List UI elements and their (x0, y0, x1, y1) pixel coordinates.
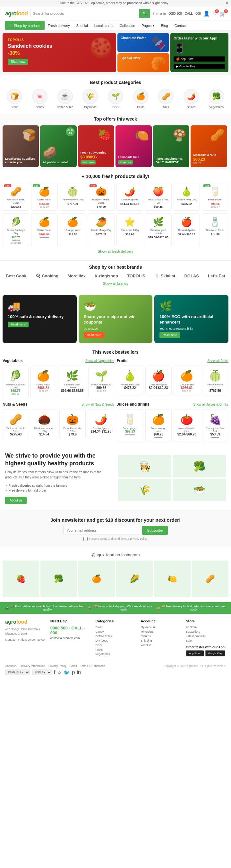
eco-read-more-button[interactable]: Read more (160, 332, 180, 338)
instagram-icon[interactable]: ☆ (155, 11, 159, 16)
bs-citrus-fruit[interactable]: 🍊 Citrus Fresh $966.81 $202.87 (174, 366, 200, 395)
footer-logo[interactable]: agrofood (5, 619, 45, 625)
wishlist-icon[interactable]: ♡ 0 (212, 10, 217, 17)
bs-pear[interactable]: 🍐 Forelle Pear 2kg $475.22 (117, 366, 143, 395)
product-orange-juice[interactable]: 🍊 Orange juice $14.54 (60, 213, 86, 246)
bs-walnuts[interactable]: 🥜 Walnuts in shell, 31oz $275.43 (3, 409, 29, 439)
footer-link-shipping[interactable]: Shipping (141, 639, 181, 642)
recipe-read-more-button[interactable]: Read more (84, 332, 105, 338)
category-spices[interactable]: 🌶️ Spices (179, 89, 203, 109)
footer-app-store-button[interactable]: App Store (186, 650, 204, 656)
brand-lets-eat[interactable]: Let's Eat (208, 274, 225, 278)
offer-card-bread[interactable]: 🍞 Local bread suppliers close to you (3, 125, 39, 167)
bs-yogurt[interactable]: 🥛 Fresh yogurt $99.13 $440.41 (117, 409, 143, 442)
footer-facebook-icon[interactable]: f (54, 670, 55, 675)
product-sandwich-spice[interactable]: 🧂 Sandwich Spice $14.56 (202, 213, 228, 246)
footer-privacy-link[interactable]: Privacy Policy (49, 664, 66, 668)
nav-blog[interactable]: Blog (158, 21, 171, 30)
nav-shop-products[interactable]: 🛒 Shop by products (5, 21, 45, 30)
newsletter-email-input[interactable] (63, 526, 140, 535)
nav-fresh-delivery[interactable]: Fresh delivery (45, 21, 73, 30)
nav-pages[interactable]: Pages ▾ (138, 21, 157, 30)
product-cabbage[interactable]: 🥬 Green Cabbage 3kg $60.75 $44.64 GoodPr… (3, 213, 29, 246)
app-store-button[interactable]: 🍎 App Store (174, 56, 225, 62)
footer-link-wishlist[interactable]: Wishlist (141, 644, 181, 647)
hero-shop-button[interactable]: Shop now (8, 59, 28, 65)
product-fresh-yogurt-1[interactable]: Sale 🥛 Fresh yogurt $96.56 $202.97 (202, 183, 228, 211)
brand-cooking[interactable]: 🍳 Cooking (36, 274, 59, 278)
bs-apples[interactable]: 🍎 Dessert Apples $2.04-$60.23 (145, 366, 172, 395)
footer-phone[interactable]: 0000 500 - CALL - 000 (50, 626, 90, 635)
footer-twitter-icon[interactable]: 🐦 (63, 670, 70, 676)
language-selector[interactable]: ENGLISH ▾ (5, 670, 30, 675)
footer-about-link[interactable]: About us (5, 664, 17, 668)
account-icon[interactable]: 👤 (203, 10, 210, 17)
product-citrus-fresh-2[interactable]: 🍊 Citrus Fresh $966.81 $202.87 (31, 213, 58, 246)
search-input[interactable] (30, 9, 139, 18)
offer-card-nuts[interactable]: 🥜 Macadamia Nuts $60.23 $80.75 (191, 125, 227, 167)
category-candy[interactable]: 🍬 Candy (28, 89, 52, 109)
logo[interactable]: agrofood (5, 10, 28, 17)
footer-email[interactable]: contact@example.com (50, 637, 90, 640)
footer-instagram-icon[interactable]: ☆ (57, 670, 62, 676)
footer-terms-link[interactable]: Terms & Conditions (80, 664, 105, 668)
bs-cardamom[interactable]: 🌰 Black cardamom, 100g $14.54 (31, 409, 57, 439)
bs-melons[interactable]: 🍈 Yellow melons 3kg $767.50 (202, 366, 229, 395)
bs-pumpkin[interactable]: 🎃 Pumpkin seeds, 2.2oz $79.9 (59, 409, 86, 439)
nav-local-stores[interactable]: Local stores (91, 21, 116, 30)
product-forelle-pear[interactable]: 🍐 Forelle Pear, 2kg $475.22 (174, 183, 200, 211)
footer-link-vegetables[interactable]: Vegetables (96, 653, 136, 656)
category-nuts[interactable]: 🥜 Nuts (154, 89, 178, 109)
brand-kringshop[interactable]: K-ring/shop (95, 274, 118, 278)
nav-special[interactable]: Special (73, 21, 91, 30)
bs-radish[interactable]: 🌿 Crimson giant radish $99.66-$328.85 (58, 366, 86, 398)
footer-link-candy[interactable]: Candy (96, 630, 136, 633)
product-exotic-mango[interactable]: 🥭 Exotic Mango 2kg $475.22 (88, 213, 115, 246)
brand-dolas[interactable]: DOLAS (184, 274, 199, 278)
bs-citrus-veg[interactable]: 🍊 Citrus Fresh $966.81 $202.87 (30, 366, 56, 398)
offer-card-potato[interactable]: Up to-50 🥔 All potato on sale! (40, 125, 76, 167)
insta-item-2[interactable]: 🥦 (40, 560, 77, 597)
lemonade-shop-button[interactable]: Shop now (118, 160, 134, 164)
product-desert-apples[interactable]: 🍎 Dessert Apples $2.04-$60.23 (174, 213, 200, 246)
bs-cabbage[interactable]: 🥬 Green Cabbage 3kg $68.75 $55.21 (3, 366, 29, 398)
footer-link-my-account[interactable]: My Account (141, 626, 181, 629)
category-dry-foods[interactable]: 🌾 Dry foods (78, 89, 102, 109)
brand-morcillex[interactable]: Morcillex (67, 274, 85, 278)
insta-item-5[interactable]: 🍋 (154, 560, 191, 597)
category-eco[interactable]: 🌱 ECO (104, 89, 128, 109)
footer-link-returns[interactable]: Returns (141, 634, 181, 638)
newsletter-subscribe-button[interactable]: Subscribe (142, 526, 168, 535)
footer-linkedin-icon[interactable]: in (77, 670, 81, 675)
insta-item-4[interactable]: 🌽 (116, 560, 153, 597)
nav-collection[interactable]: Collection (116, 21, 138, 30)
linkedin-icon[interactable]: in (163, 11, 166, 16)
product-pumpkin-seeds[interactable]: New 🎃 Pumpkin seeds, 2.2oz $79.99 (88, 183, 115, 211)
footer-link-fruits[interactable]: Fruits (96, 648, 136, 651)
google-play-button[interactable]: ▶ Google Play (174, 64, 225, 69)
bs-grape-juice[interactable]: 🍇 Grape juice, 8oz, 5pk $53.59 $56.99 (202, 409, 229, 442)
brand-best-cook[interactable]: Best Cook (6, 274, 26, 278)
footer-link-orders[interactable]: My orders (141, 630, 181, 633)
footer-link-sale[interactable]: Sale (186, 639, 226, 642)
product-dragon-fruit[interactable]: 🍑 Fresh dragon fruit, 3g $60.45 (145, 183, 172, 211)
brand-skialist[interactable]: 🍴 Skialist (154, 274, 175, 278)
footer-link-all-store[interactable]: All Store (186, 626, 226, 629)
product-walnuts[interactable]: New 🥜 Walnuts in shell, 31oz $275.43 (3, 183, 29, 211)
show-all-fresh-link[interactable]: Show all fresh delivery (3, 249, 228, 253)
offer-card-lemonade[interactable]: 🍋 Lemonade time Shop now (115, 125, 152, 167)
show-all-brands-link[interactable]: Show all brands (3, 282, 228, 285)
footer-pinterest-icon[interactable]: p (72, 670, 75, 675)
insta-item-3[interactable]: 🍊 (78, 560, 115, 597)
hero-banner-chocolate[interactable]: Chocolate Wafer 🍫 (117, 33, 169, 52)
bs-orange-juice[interactable]: 🍊 Fresh orange juice $60.23 $60.41 (145, 409, 172, 442)
bs-tomato-juice[interactable]: 🍅 Natural tomato juice $2.04-$60.23 (174, 409, 200, 442)
nav-contact[interactable]: Contact (171, 21, 190, 30)
footer-delivery-link[interactable]: Delivery information (20, 664, 46, 668)
footer-link-coffee[interactable]: Coffee & Tea (96, 634, 136, 638)
product-star-anise[interactable]: ⭐ Star anise 100g $33.98 (116, 213, 143, 246)
currency-selector[interactable]: USD $▾ (32, 670, 52, 675)
insta-item-6[interactable]: 🥜 (192, 560, 228, 597)
product-citrus-fresh-1[interactable]: Sale 🍊 Citrus Fresh $966.81 $202.87 (31, 183, 58, 211)
search-button[interactable]: 🔍 (139, 9, 150, 18)
